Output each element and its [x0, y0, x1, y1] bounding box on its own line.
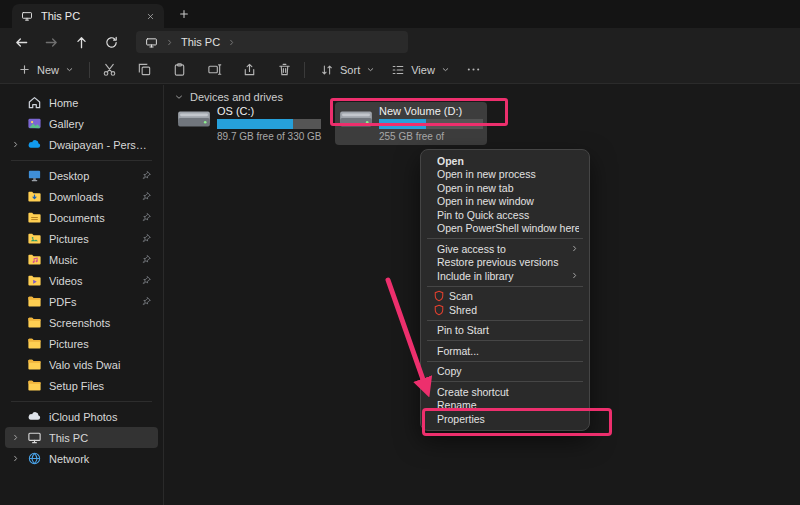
sidebar-item-label: Pictures: [49, 233, 131, 245]
delete-button[interactable]: [272, 58, 297, 81]
drive-usage-bar: [217, 119, 321, 129]
up-button[interactable]: [68, 30, 94, 54]
sidebar-item-label: PDFs: [49, 296, 131, 308]
chevron-right-icon[interactable]: [11, 454, 20, 463]
documents-icon: [27, 210, 42, 225]
drive-free-space: 255 GB free of: [379, 131, 483, 142]
gallery-icon: [27, 116, 42, 131]
forward-button[interactable]: [38, 30, 64, 54]
folder-icon: [27, 378, 42, 393]
menu-item-open-in-new-window[interactable]: Open in new window: [425, 195, 585, 209]
sidebar-item-label: Videos: [49, 275, 131, 287]
network-icon: [27, 451, 42, 466]
copy-button[interactable]: [132, 58, 157, 81]
menu-item-open-in-new-process[interactable]: Open in new process: [425, 168, 585, 182]
view-button-label: View: [411, 64, 435, 76]
explorer-tab[interactable]: This PC: [12, 4, 164, 28]
pin-icon: [141, 254, 152, 265]
menu-item-copy[interactable]: Copy: [425, 365, 585, 379]
sidebar-item-desktop[interactable]: Desktop: [5, 165, 158, 186]
sidebar-item-pdfs[interactable]: PDFs: [5, 291, 158, 312]
drive-free-space: 89.7 GB free of 330 GB: [217, 131, 321, 142]
breadcrumb[interactable]: This PC: [181, 36, 220, 48]
sidebar-item-music[interactable]: Music: [5, 249, 158, 270]
sidebar-item-icloud-photos[interactable]: iCloud Photos: [5, 406, 158, 427]
sort-icon: [320, 63, 334, 77]
menu-item-open-in-new-tab[interactable]: Open in new tab: [425, 181, 585, 195]
menu-item-restore-previous-versions[interactable]: Restore previous versions: [425, 256, 585, 270]
menu-separator: [427, 238, 583, 239]
view-button[interactable]: View: [383, 59, 458, 81]
sidebar-item-label: Pictures: [49, 338, 152, 350]
menu-item-label: Format...: [437, 345, 579, 357]
sidebar-item-this-pc[interactable]: This PC: [5, 427, 158, 448]
menu-item-create-shortcut[interactable]: Create shortcut: [425, 385, 585, 399]
pictures-icon: [27, 231, 42, 246]
cut-button[interactable]: [97, 58, 122, 81]
rename-icon: [207, 62, 222, 77]
menu-item-include-in-library[interactable]: Include in library: [425, 269, 585, 283]
drive-name: OS (C:): [217, 105, 321, 117]
pin-icon: [141, 275, 152, 286]
desktop-icon: [27, 168, 42, 183]
shield-icon: [433, 290, 445, 302]
chevron-down-icon[interactable]: [174, 92, 184, 102]
menu-item-label: Pin to Quick access: [437, 209, 579, 221]
sidebar-item-documents[interactable]: Documents: [5, 207, 158, 228]
sort-button[interactable]: Sort: [312, 59, 383, 81]
drive-icon: [339, 105, 373, 133]
chevron-right-icon[interactable]: [11, 140, 20, 149]
menu-separator: [427, 361, 583, 362]
drive-os-c[interactable]: OS (C:) 89.7 GB free of 330 GB: [173, 102, 325, 145]
paste-button[interactable]: [167, 58, 192, 81]
sidebar-item-downloads[interactable]: Downloads: [5, 186, 158, 207]
folder-icon: [27, 336, 42, 351]
drive-usage-fill: [217, 119, 293, 129]
menu-item-open[interactable]: Open: [425, 154, 585, 168]
address-bar[interactable]: This PC: [136, 31, 408, 53]
menu-item-shred[interactable]: Shred: [425, 303, 585, 317]
menu-item-open-powershell-window-here[interactable]: Open PowerShell window here: [425, 222, 585, 236]
sidebar: Home Gallery Dwaipayan - Personal Deskto…: [0, 85, 164, 505]
sidebar-item-valo-vids[interactable]: Valo vids Dwai: [5, 354, 158, 375]
shield-icon: [433, 304, 445, 316]
menu-item-pin-to-start[interactable]: Pin to Start: [425, 324, 585, 338]
menu-item-rename[interactable]: Rename: [425, 399, 585, 413]
sidebar-item-network[interactable]: Network: [5, 448, 158, 469]
menu-separator: [427, 286, 583, 287]
menu-item-properties[interactable]: Properties: [425, 412, 585, 426]
music-icon: [27, 252, 42, 267]
chevron-right-icon[interactable]: [11, 433, 20, 442]
new-tab-button[interactable]: [178, 8, 190, 20]
new-button[interactable]: New: [10, 59, 82, 80]
pin-icon: [141, 170, 152, 181]
sidebar-item-videos[interactable]: Videos: [5, 270, 158, 291]
menu-item-label: Create shortcut: [437, 386, 579, 398]
icloud-icon: [27, 409, 42, 424]
rename-button[interactable]: [202, 58, 227, 81]
sidebar-item-gallery[interactable]: Gallery: [5, 113, 158, 134]
sidebar-item-pictures-2[interactable]: Pictures: [5, 333, 158, 354]
menu-item-pin-to-quick-access[interactable]: Pin to Quick access: [425, 208, 585, 222]
tab-close-icon[interactable]: [146, 12, 155, 21]
back-button[interactable]: [8, 30, 34, 54]
toolbar-divider: [304, 62, 305, 78]
sidebar-item-onedrive[interactable]: Dwaipayan - Personal: [5, 134, 158, 155]
pin-icon: [141, 233, 152, 244]
sidebar-item-home[interactable]: Home: [5, 92, 158, 113]
menu-item-scan[interactable]: Scan: [425, 290, 585, 304]
menu-item-format[interactable]: Format...: [425, 344, 585, 358]
drive-new-volume-d[interactable]: New Volume (D:) 255 GB free of: [335, 102, 487, 145]
chevron-right-icon[interactable]: [165, 38, 174, 47]
sidebar-item-screenshots[interactable]: Screenshots: [5, 312, 158, 333]
sidebar-item-setup-files[interactable]: Setup Files: [5, 375, 158, 396]
refresh-button[interactable]: [98, 30, 124, 54]
nav-buttons: [8, 30, 124, 54]
share-button[interactable]: [237, 58, 262, 81]
menu-item-give-access-to[interactable]: Give access to: [425, 242, 585, 256]
chevron-right-icon[interactable]: [227, 38, 236, 47]
chevron-down-icon: [65, 65, 74, 74]
sidebar-item-pictures[interactable]: Pictures: [5, 228, 158, 249]
more-options-button[interactable]: [458, 58, 489, 81]
drive-usage-fill: [379, 119, 426, 129]
